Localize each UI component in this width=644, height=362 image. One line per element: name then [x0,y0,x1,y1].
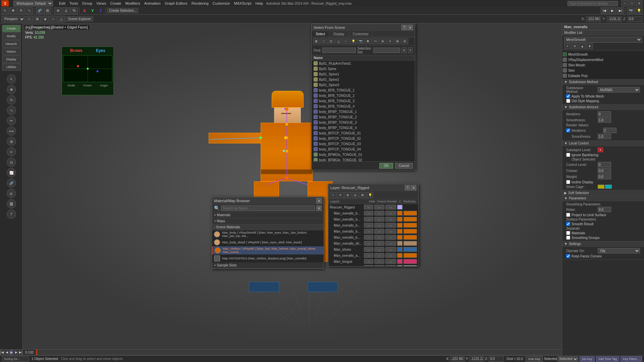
menu-maxscript[interactable]: MAXScript [232,1,254,6]
list-item[interactable]: body_BFB_TONGUE_2 [312,93,415,98]
select-btn[interactable]: ↖ [1,7,9,14]
list-item[interactable]: Bp01_Spine1 [312,71,415,77]
menu-create[interactable]: Create [108,1,123,6]
mat-item-selected[interactable]: Man_clothes ( VRayMtl ) [Man_hair, Man_h… [212,246,324,255]
layer-render-icon[interactable]: — [385,217,396,222]
menu-edit[interactable]: Edit [57,1,67,6]
subdivision-method-section[interactable]: ▼ Subdivision Method [562,79,644,85]
menu-customize[interactable]: Customize [211,1,232,6]
layer-render-icon[interactable]: — [385,253,396,258]
layer-hide-icon[interactable]: — [364,253,373,258]
tb2-btn5[interactable]: △ [58,16,65,22]
layer-hide-icon[interactable]: — [364,229,373,234]
layer-item[interactable]: Man_overalls_dri... — — — [328,240,418,246]
rotate-icon[interactable]: ↻ [7,95,16,105]
motion-tab[interactable]: Motion [2,48,21,55]
menu-help[interactable]: Help [254,1,265,6]
layer-item[interactable]: Man_overalls_b... — — — [328,228,418,234]
material-editor-icon[interactable]: ◎ [7,189,16,198]
filter-cameras-btn[interactable]: 📷 [357,38,364,44]
select-invert-btn[interactable]: ⊡ [328,38,334,44]
layer-icon[interactable]: ⊡ [7,158,16,167]
filter-geo-btn[interactable]: △ [335,38,342,44]
layer-freeze-icon[interactable]: — [374,259,384,264]
select-tab-display[interactable]: Display [329,31,349,37]
prev-frame-btn[interactable]: |◀ [601,7,608,14]
unlink-btn[interactable]: ⛓ [44,7,51,14]
frame-counter[interactable]: 0 / 100 [23,350,36,355]
layer-freeze-icon[interactable]: — [374,241,384,246]
render-smooth-input[interactable] [598,134,611,139]
list-item[interactable]: body_BFB_TONGUE_1 [312,87,415,93]
layer-freeze-icon[interactable]: — [374,253,384,258]
scale-icon[interactable]: ⤡ [7,106,16,115]
ignore-backfacing-checkbox[interactable] [566,153,570,157]
modify-tab[interactable]: Modify [2,33,21,40]
operate-on-dropdown[interactable]: Obj [598,248,640,253]
hierarchy-tab[interactable]: Hierarch [2,40,21,48]
apply-whole-mesh-checkbox[interactable] [566,94,570,98]
tb2-btn3[interactable]: ◈ [42,16,49,22]
layers-add-selection-btn[interactable]: ⊕ [344,192,351,198]
mat-search-clear[interactable]: ✕ [316,205,322,211]
crease-input[interactable] [598,168,611,173]
minimize-btn[interactable]: ─ [621,0,628,6]
settings-section[interactable]: ▼ Settings [562,241,644,247]
main-viewport[interactable]: [+] [Perspective] [Shaded + Edged Faces] [23,23,562,343]
layer-item[interactable]: Man_tongue — — — [328,258,418,264]
curve-editor-icon[interactable]: 📈 [7,168,16,177]
layer-render-icon[interactable]: — [385,259,396,264]
mat-item[interactable]: Map #2070297814 (Man_clothes_displace.pn… [212,255,324,262]
select-tab-customize[interactable]: Customize [349,31,373,37]
list-item[interactable]: body_BFBP_TONGUE_2 [312,114,415,120]
layer-hide-icon[interactable]: — [364,235,373,240]
scene-cancel-btn[interactable]: Cancel [395,163,413,169]
create-tab[interactable]: Create [2,25,21,32]
layers-titlebar[interactable]: Layer: Rescuer_Rigged ? ✕ [328,184,418,191]
move-down-btn[interactable]: ▼ [586,43,593,49]
status-x-input[interactable] [450,356,465,362]
move-up-btn[interactable]: ▲ [579,43,586,49]
select-tab-select[interactable]: Select [312,31,329,37]
layer-render-icon[interactable]: — [385,223,396,228]
list-item[interactable]: body_BFMGlo_TONGUE_02 [312,157,415,161]
select-icon[interactable]: ↖ [7,74,16,84]
layer-hide-icon[interactable]: — [364,247,373,252]
utilities-tab[interactable]: Utilities [2,63,21,71]
go-end-btn[interactable]: ▶| [19,349,23,355]
collapse-all-btn[interactable]: ⊟ [401,38,408,44]
project-surface-checkbox[interactable] [566,213,570,217]
layer-hide-icon[interactable]: — [364,211,373,216]
layer-item[interactable]: Man_leash — — — [328,264,418,266]
face-graph-area[interactable] [63,55,112,82]
mat-search-input[interactable] [221,205,315,211]
mirror-icon[interactable]: ⟺ [7,126,16,136]
list-item[interactable]: body_BFMGlo_TONGUE_01 [312,152,415,157]
mat-browser-close[interactable]: ✕ [316,198,322,203]
set-key-btn[interactable]: Set Key [580,356,595,362]
select-scene-help[interactable]: ? [401,25,407,30]
view-dropdown[interactable]: Perspective [1,16,25,22]
weight-input[interactable] [598,174,611,179]
layer-hide-icon[interactable]: — [364,259,373,264]
array-icon[interactable]: ⊞ [7,137,16,146]
soft-selection-section[interactable]: ▶ Soft Selection [562,190,644,196]
camera-btn[interactable]: 📷 [627,7,635,14]
mod-meshsmooth[interactable]: MeshSmooth [563,52,643,57]
add-modifier-btn[interactable]: + [564,43,571,49]
layer-item[interactable]: Rescuer_Rigged — — — [328,204,418,210]
render-iter-checkbox[interactable] [566,128,570,132]
layer-hide-icon[interactable]: — [364,217,373,222]
render-iter-input[interactable] [603,128,616,133]
list-item[interactable]: body_BFB_TONGUE_4 [312,104,415,109]
schematic-icon[interactable]: 🔗 [7,178,16,188]
select-scene-titlebar[interactable]: Select From Scene ? ✕ [312,24,415,31]
layers-help[interactable]: ? [405,185,410,190]
list-item[interactable]: Bp01 Spine [312,66,415,71]
layers-select-all-btn[interactable]: ⊞ [359,192,366,198]
menu-views[interactable]: Views [94,1,108,6]
mat-browser-titlebar[interactable]: Material/Map Browser ✕ [212,197,324,204]
menu-tools[interactable]: Tools [67,1,80,6]
layer-render-icon[interactable]: — [385,241,396,246]
scene-list[interactable]: Bp01_RUpArmTwist1 Bp01 Spine Bp01_Spine1… [312,61,415,161]
